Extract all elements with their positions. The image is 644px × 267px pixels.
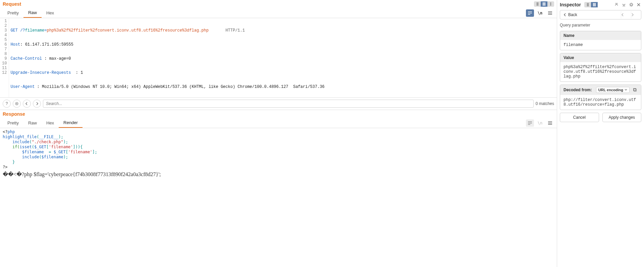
inspector-buttons: Cancel Apply changes [560, 113, 641, 122]
collapse-up-icon[interactable] [614, 2, 619, 7]
view-columns-2[interactable] [541, 1, 547, 7]
tab-resp-pretty[interactable]: Pretty [3, 118, 23, 127]
response-tabs: Pretty Raw Hex Render \n [0, 118, 557, 128]
response-header: Response [0, 110, 557, 118]
view-columns-3[interactable] [547, 1, 554, 7]
request-title: Request [3, 1, 21, 7]
name-value[interactable]: filename [560, 40, 641, 50]
decoded-box: Decoded from: URL encoding php://filter/… [560, 85, 641, 110]
svg-point-2 [630, 4, 632, 6]
request-tabs: Pretty Raw Hex \n [0, 8, 557, 18]
request-lines: GET /?filename=php%3a%2f%2ffilter%2fconv… [9, 18, 557, 97]
inspector-panel: Inspector Back Query parameter [557, 0, 644, 267]
search-bar: ? 0 matches [0, 97, 557, 110]
search-input[interactable] [43, 100, 534, 108]
decoded-value[interactable]: php://filter/convert.iconv.utf8.utf16/re… [560, 95, 641, 110]
tab-raw[interactable]: Raw [23, 8, 42, 18]
nav-next-icon[interactable] [631, 11, 641, 18]
tab-resp-raw[interactable]: Raw [23, 118, 42, 127]
wrap-lines-icon-resp[interactable] [526, 119, 534, 127]
newline-icon[interactable]: \n [536, 9, 544, 17]
settings-icon[interactable] [13, 100, 21, 108]
tab-pretty[interactable]: Pretty [3, 8, 23, 17]
request-view-toggle [534, 1, 554, 7]
view-columns-1[interactable] [534, 1, 541, 7]
response-title: Response [3, 111, 25, 117]
menu-icon[interactable] [546, 9, 554, 17]
value-box: Value php%3a%2f%2ffilter%2fconvert.iconv… [560, 53, 641, 82]
response-panel: Response Pretty Raw Hex Render \n <?php … [0, 110, 557, 267]
svg-point-1 [16, 103, 17, 104]
response-render[interactable]: <?php highlight_file(__FILE__); include(… [0, 128, 557, 267]
response-plain-text: ��<�?php $flag='cyberpeace{f74b3008f7731… [3, 171, 554, 177]
request-code[interactable]: 123 456 789 101112 GET /?filename=php%3a… [0, 18, 557, 97]
newline-icon-resp[interactable]: \n [536, 119, 544, 127]
ins-view-2[interactable] [591, 2, 598, 7]
request-header: Request [0, 0, 557, 8]
value-value[interactable]: php%3a%2f%2ffilter%2fconvert.iconv.utf8.… [560, 62, 641, 82]
cancel-button[interactable]: Cancel [560, 113, 599, 122]
wrap-lines-icon[interactable] [526, 9, 534, 17]
copy-icon[interactable] [632, 87, 638, 93]
search-matches: 0 matches [536, 101, 554, 106]
tab-resp-hex[interactable]: Hex [42, 118, 59, 127]
inspector-nav: Back [560, 10, 641, 19]
line-numbers: 123 456 789 101112 [0, 18, 9, 97]
decoded-select[interactable]: URL encoding [596, 87, 630, 93]
request-panel: Request Pretty Raw Hex \n [0, 0, 557, 97]
gear-icon[interactable] [629, 2, 634, 7]
close-icon[interactable] [636, 2, 641, 7]
inspector-title: Inspector [560, 2, 581, 7]
tab-resp-render[interactable]: Render [59, 118, 83, 128]
prev-arrow-icon[interactable] [23, 100, 31, 108]
back-button[interactable]: Back [560, 10, 621, 19]
section-label: Query parameter [560, 22, 641, 28]
inspector-view-toggle [584, 2, 598, 7]
decoded-header: Decoded from: URL encoding [560, 85, 641, 95]
value-header: Value [560, 53, 641, 62]
back-label: Back [568, 12, 577, 17]
nav-prev-icon[interactable] [621, 11, 631, 18]
ins-view-1[interactable] [584, 2, 591, 7]
menu-icon-resp[interactable] [546, 119, 554, 127]
name-box: Name filename [560, 31, 641, 50]
next-arrow-icon[interactable] [33, 100, 41, 108]
apply-button[interactable]: Apply changes [602, 113, 642, 122]
inspector-header: Inspector [560, 2, 641, 7]
collapse-down-icon[interactable] [621, 2, 627, 7]
main-area: Request Pretty Raw Hex \n [0, 0, 557, 267]
tab-hex[interactable]: Hex [42, 8, 59, 17]
help-icon[interactable]: ? [3, 100, 11, 108]
name-header: Name [560, 31, 641, 40]
